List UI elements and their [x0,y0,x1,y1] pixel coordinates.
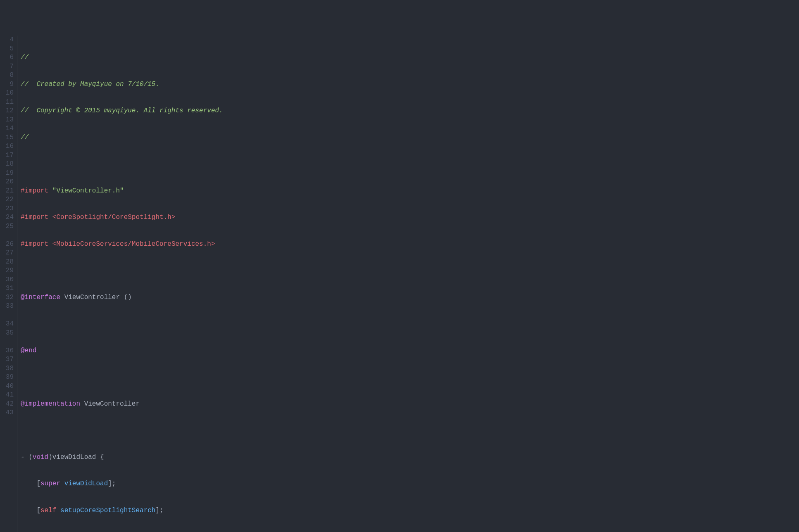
line-number: 22 [0,195,14,204]
line-number: 19 [0,169,14,178]
line-number: 41 [0,391,14,400]
line-number: 23 [0,204,14,214]
line-number: 11 [0,98,14,107]
line-number: 8 [0,71,14,80]
code-line: // Copyright © 2015 mayqiyue. All rights… [21,107,799,116]
line-number: 18 [0,160,14,169]
line-number: 28 [0,258,14,267]
line-number: 20 [0,178,14,187]
code-line: @implementation ViewController [21,400,799,409]
line-number: 30 [0,276,14,285]
code-line: #import "ViewController.h" [21,187,799,196]
line-number: 5 [0,45,14,54]
line-number: 7 [0,62,14,71]
line-number: 42 [0,400,14,409]
code-line: @end [21,347,799,356]
line-number-wrap [0,337,14,347]
code-line [21,373,799,382]
code-line: // Created by Mayqiyue on 7/10/15. [21,80,799,89]
line-number: 35 [0,329,14,338]
line-number: 36 [0,347,14,356]
code-line [21,160,799,169]
code-line [21,320,799,329]
line-number: 34 [0,320,14,329]
line-number: 33 [0,302,14,311]
code-line: [self setupCoreSpotlightSearch]; [21,506,799,515]
line-number: 37 [0,355,14,364]
code-line [21,266,799,276]
code-line: [super viewDidLoad]; [21,480,799,489]
code-line [21,426,799,435]
line-number: 39 [0,373,14,382]
code-line: // [21,53,799,62]
code-line: @interface ViewController () [21,293,799,302]
line-number: 32 [0,293,14,302]
line-number: 25 [0,222,14,231]
line-number: 38 [0,364,14,373]
line-number: 21 [0,187,14,196]
line-number: 17 [0,151,14,160]
line-number-wrap [0,231,14,240]
code-line: // [21,133,799,142]
line-number: 9 [0,80,14,89]
line-number: 14 [0,124,14,133]
line-number: 16 [0,142,14,151]
line-number: 31 [0,284,14,293]
line-number: 26 [0,240,14,249]
line-number: 12 [0,107,14,116]
line-number: 4 [0,36,14,45]
code-line: #import <MobileCoreServices/MobileCoreSe… [21,240,799,249]
code-area[interactable]: // // Created by Mayqiyue on 7/10/15. //… [17,36,799,532]
line-number: 10 [0,89,14,98]
line-number: 29 [0,266,14,276]
line-number: 15 [0,133,14,142]
line-number: 13 [0,116,14,125]
line-number: 27 [0,249,14,258]
line-number: 6 [0,53,14,62]
code-line: - (void)viewDidLoad { [21,453,799,462]
line-number: 24 [0,213,14,222]
line-number-gutter: 4567891011121314151617181920212223242526… [0,36,17,532]
line-number: 43 [0,408,14,418]
code-line: #import <CoreSpotlight/CoreSpotlight.h> [21,213,799,222]
code-editor[interactable]: 4567891011121314151617181920212223242526… [0,36,799,532]
line-number: 40 [0,382,14,391]
line-number-wrap [0,311,14,320]
